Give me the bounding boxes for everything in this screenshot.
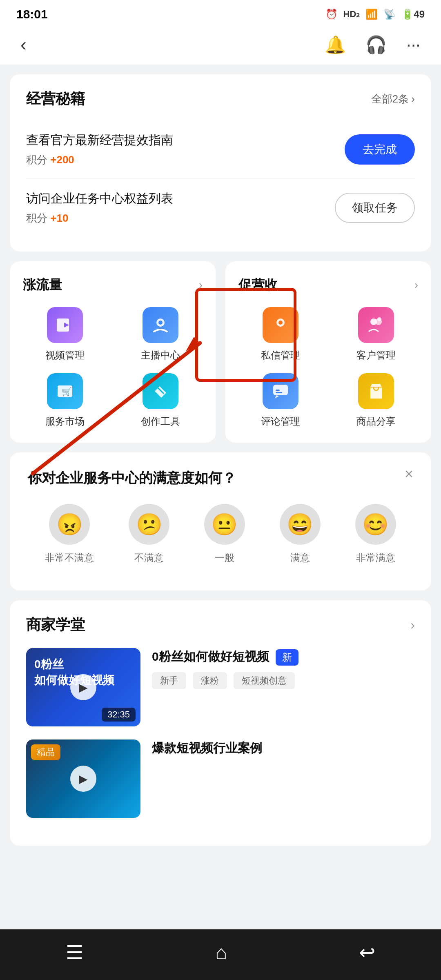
video-title-2: 爆款短视频行业案例 xyxy=(152,739,415,757)
back-button[interactable]: ‹ xyxy=(20,34,27,55)
task-info-1: 查看官方最新经营提效指南 积分 +200 xyxy=(26,132,173,167)
more-icon[interactable]: ··· xyxy=(406,35,421,54)
zhangliu-card: 涨流量 › 视频管理 主播中心 🛒 服务市场 xyxy=(10,261,216,443)
emoji-label-3: 一般 xyxy=(215,551,234,564)
chuangzuo-icon xyxy=(143,373,178,409)
emoji-label-5: 非常满意 xyxy=(356,551,395,564)
video-info-1: 0粉丝如何做好短视频 新 新手 涨粉 短视频创意 xyxy=(152,648,415,726)
icon-pinglun[interactable]: 评论管理 xyxy=(238,373,323,428)
bottom-back-btn[interactable]: ↩ xyxy=(359,941,375,964)
icon-kehu[interactable]: 客户管理 xyxy=(334,307,418,362)
cuyingshou-header: 促营收 › xyxy=(238,276,418,294)
tag-zhangfen[interactable]: 涨粉 xyxy=(193,672,227,689)
video-badge-jingpin: 精品 xyxy=(31,744,60,760)
emoji-neutral[interactable]: 😐 一般 xyxy=(204,504,245,564)
video-info-2: 爆款短视频行业案例 xyxy=(152,739,415,818)
task-info-2: 访问企业任务中心权益列表 积分 +10 xyxy=(26,190,173,225)
jingyingmijin-title: 经营秘籍 xyxy=(26,89,85,109)
svg-rect-13 xyxy=(276,390,280,391)
pinglun-label: 评论管理 xyxy=(261,415,300,428)
survey-card: × 你对企业服务中心的满意度如何？ 😠 非常不满意 😕 不满意 😐 一般 😄 满… xyxy=(10,452,431,590)
shangpin-icon xyxy=(358,373,394,409)
task-points-1: 积分 +200 xyxy=(26,153,173,167)
back-icon: ↩ xyxy=(359,941,375,964)
shipin-label: 视频管理 xyxy=(45,349,85,362)
cuyingshou-chevron: › xyxy=(414,278,418,292)
emoji-very-unsatisfied[interactable]: 😠 非常不满意 xyxy=(45,504,94,564)
svg-text:🛒: 🛒 xyxy=(62,387,72,396)
emoji-face-3: 😐 xyxy=(204,504,245,545)
cuyingshou-card: 促营收 › 私信管理 客户管理 评论管理 xyxy=(225,261,431,443)
svg-marker-15 xyxy=(275,395,279,399)
video-badge-new-1: 新 xyxy=(276,649,298,666)
headset-icon[interactable]: 🎧 xyxy=(365,35,387,55)
task-btn-1[interactable]: 去完成 xyxy=(345,134,415,165)
task-points-2: 积分 +10 xyxy=(26,211,173,225)
signal-icon: 📶 xyxy=(365,9,378,20)
zhangliu-header: 涨流量 › xyxy=(23,276,203,294)
video-duration-1: 32:35 xyxy=(102,708,136,722)
video-title-wrapper-1: 0粉丝如何做好短视频 新 xyxy=(152,648,415,666)
emoji-unsatisfied[interactable]: 😕 不满意 xyxy=(129,504,169,564)
jingyingmijin-card: 经营秘籍 全部2条 › 查看官方最新经营提效指南 积分 +200 去完成 访问企… xyxy=(10,74,431,252)
video-thumb-text-1: 0粉丝如何做好短视频 xyxy=(34,656,132,688)
tag-xinshou[interactable]: 新手 xyxy=(152,672,186,689)
video-thumb-1[interactable]: 0粉丝如何做好短视频 ▶ 32:35 xyxy=(26,648,140,726)
hd-icon: HD₂ xyxy=(343,9,360,20)
learn-card: 商家学堂 › 0粉丝如何做好短视频 ▶ 32:35 0粉丝如何做好短视频 新 新… xyxy=(10,600,431,846)
bottom-nav: ☰ ⌂ ↩ xyxy=(0,929,441,980)
emoji-very-satisfied[interactable]: 😊 非常满意 xyxy=(355,504,396,564)
svg-point-4 xyxy=(158,321,163,325)
bottom-menu-btn[interactable]: ☰ xyxy=(66,941,83,964)
fuwu-icon: 🛒 xyxy=(47,373,83,409)
zhubo-icon xyxy=(143,307,178,343)
icon-shangpin[interactable]: 商品分享 xyxy=(334,373,418,428)
video-title-1: 0粉丝如何做好短视频 xyxy=(152,650,269,663)
icon-zhubo[interactable]: 主播中心 xyxy=(118,307,203,362)
learn-title: 商家学堂 xyxy=(26,615,85,635)
zhubo-label: 主播中心 xyxy=(141,349,180,362)
survey-title: 你对企业服务中心的满意度如何？ xyxy=(28,469,413,488)
task-row-2: 访问企业任务中心权益列表 积分 +10 领取任务 xyxy=(26,178,415,237)
fuwu-label: 服务市场 xyxy=(45,415,85,428)
shangpin-label: 商品分享 xyxy=(356,415,396,428)
video-play-btn-2[interactable]: ▶ xyxy=(70,766,96,792)
icon-chuangzuo[interactable]: 创作工具 xyxy=(118,373,203,428)
two-col-grid: 涨流量 › 视频管理 主播中心 🛒 服务市场 xyxy=(10,261,431,443)
svg-rect-14 xyxy=(276,392,282,393)
alarm-icon: ⏰ xyxy=(325,9,338,20)
bottom-home-btn[interactable]: ⌂ xyxy=(215,941,227,964)
task-name-1: 查看官方最新经营提效指南 xyxy=(26,132,173,149)
survey-close-button[interactable]: × xyxy=(405,466,413,483)
icon-fuwu[interactable]: 🛒 服务市场 xyxy=(23,373,107,428)
section-header: 经营秘籍 全部2条 › xyxy=(26,89,415,109)
emoji-satisfied[interactable]: 😄 满意 xyxy=(280,504,321,564)
bell-icon[interactable]: 🔔 xyxy=(325,35,346,55)
video-tags-1: 新手 涨粉 短视频创意 xyxy=(152,672,415,689)
sixin-label: 私信管理 xyxy=(261,349,300,362)
icon-sixin[interactable]: 私信管理 xyxy=(238,307,323,362)
emoji-face-5: 😊 xyxy=(355,504,396,545)
sixin-icon xyxy=(263,307,298,343)
kehu-label: 客户管理 xyxy=(356,349,396,362)
emoji-face-4: 😄 xyxy=(280,504,321,545)
status-icons: ⏰ HD₂ 📶 📡 🔋49 xyxy=(325,9,425,20)
video-item-1: 0粉丝如何做好短视频 ▶ 32:35 0粉丝如何做好短视频 新 新手 涨粉 短视… xyxy=(26,648,415,726)
video-thumb-2[interactable]: 精品 ▶ xyxy=(26,739,140,818)
home-icon: ⌂ xyxy=(215,941,227,964)
emoji-face-1: 😠 xyxy=(49,504,90,545)
task-row-1: 查看官方最新经营提效指南 积分 +200 去完成 xyxy=(26,120,415,178)
status-bar: 18:01 ⏰ HD₂ 📶 📡 🔋49 xyxy=(0,0,441,26)
jingyingmijin-link[interactable]: 全部2条 › xyxy=(371,92,415,106)
task-name-2: 访问企业任务中心权益列表 xyxy=(26,190,173,207)
emoji-row: 😠 非常不满意 😕 不满意 😐 一般 😄 满意 😊 非常满意 xyxy=(28,504,413,564)
tag-chuangyj[interactable]: 短视频创意 xyxy=(234,672,295,689)
learn-header: 商家学堂 › xyxy=(26,615,415,635)
emoji-label-1: 非常不满意 xyxy=(45,551,94,564)
icon-shipin[interactable]: 视频管理 xyxy=(23,307,107,362)
video-item-2: 精品 ▶ 爆款短视频行业案例 xyxy=(26,739,415,818)
emoji-face-2: 😕 xyxy=(129,504,169,545)
zhangliu-icon-grid: 视频管理 主播中心 🛒 服务市场 创作工具 xyxy=(23,307,203,428)
learn-more-link[interactable]: › xyxy=(410,617,415,633)
task-btn-2[interactable]: 领取任务 xyxy=(335,193,415,223)
